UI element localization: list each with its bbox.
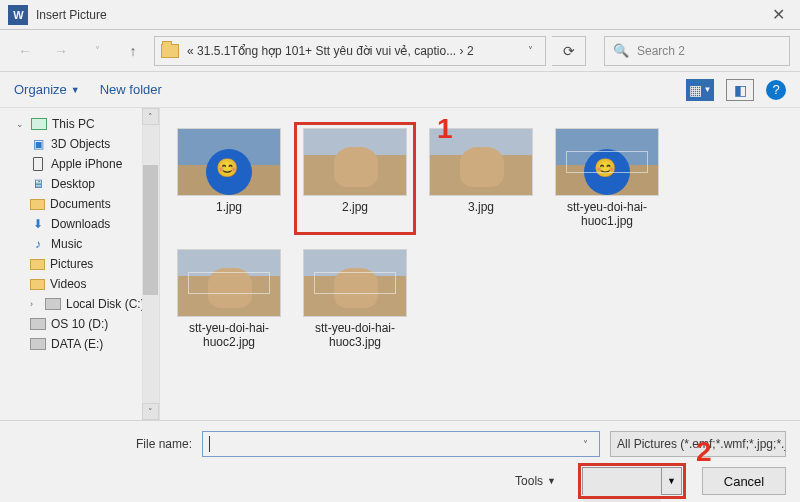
disk-icon	[30, 337, 46, 351]
close-button[interactable]: ✕	[764, 5, 792, 24]
breadcrumb-prefix: «	[187, 44, 194, 58]
tree-label: Local Disk (C:)	[66, 297, 145, 311]
insert-split-button[interactable]: Insert ▼	[582, 467, 682, 495]
tree-os10-d[interactable]: OS 10 (D:)	[6, 314, 159, 334]
tree-label: Videos	[50, 277, 86, 291]
address-bar[interactable]: « 31.5.1Tổng hợp 101+ Stt yêu đời vui vẻ…	[154, 36, 546, 66]
nav-bar: ← → ˅ ↑ « 31.5.1Tổng hợp 101+ Stt yêu đờ…	[0, 30, 800, 72]
file-item[interactable]: stt-yeu-doi-hai-huoc2.jpg	[170, 245, 288, 354]
pictures-icon	[30, 259, 45, 270]
search-icon: 🔍	[613, 43, 629, 58]
pc-icon	[31, 117, 47, 131]
file-item[interactable]: stt-yeu-doi-hai-huoc3.jpg	[296, 245, 414, 354]
refresh-button[interactable]: ⟳	[552, 36, 586, 66]
disk-icon	[30, 317, 46, 331]
scrollbar-track[interactable]	[142, 125, 159, 403]
search-placeholder: Search 2	[637, 44, 685, 58]
scroll-down-button[interactable]: ˅	[142, 403, 159, 420]
up-button[interactable]: ↑	[118, 36, 148, 66]
videos-icon	[30, 279, 45, 290]
thumbnail	[303, 128, 407, 196]
organize-label: Organize	[14, 82, 67, 97]
breadcrumb[interactable]: « 31.5.1Tổng hợp 101+ Stt yêu đời vui vẻ…	[187, 44, 513, 58]
scrollbar-thumb[interactable]	[143, 165, 158, 295]
window-title: Insert Picture	[36, 8, 107, 22]
file-name: stt-yeu-doi-hai-huoc3.jpg	[300, 321, 410, 350]
organize-button[interactable]: Organize ▼	[14, 82, 80, 97]
tree-data-e[interactable]: DATA (E:)	[6, 334, 159, 354]
address-dropdown-icon[interactable]: ˅	[521, 45, 539, 56]
file-item[interactable]: 1.jpg	[170, 124, 288, 233]
desktop-icon: 🖥	[30, 177, 46, 191]
scroll-up-button[interactable]: ˄	[142, 108, 159, 125]
tree-label: 3D Objects	[51, 137, 110, 151]
word-app-icon: W	[8, 5, 28, 25]
file-item-selected[interactable]: 2.jpg	[296, 124, 414, 233]
back-button[interactable]: ←	[10, 36, 40, 66]
main-area: ˄ ˅ ⌄This PC ▣3D Objects Apple iPhone 🖥D…	[0, 108, 800, 420]
chevron-down-icon: ▼	[547, 476, 556, 486]
file-item[interactable]: stt-yeu-doi-hai-huoc1.jpg	[548, 124, 666, 233]
folder-icon	[161, 44, 179, 58]
file-name: 3.jpg	[468, 200, 494, 214]
tree-downloads[interactable]: ⬇Downloads	[6, 214, 159, 234]
sidebar-tree: ˄ ˅ ⌄This PC ▣3D Objects Apple iPhone 🖥D…	[0, 108, 160, 420]
tree-label: OS 10 (D:)	[51, 317, 108, 331]
tree-documents[interactable]: Documents	[6, 194, 159, 214]
chevron-down-icon[interactable]: ˅	[577, 439, 593, 450]
file-name: stt-yeu-doi-hai-huoc2.jpg	[174, 321, 284, 350]
tree-local-disk-c[interactable]: ›Local Disk (C:)	[6, 294, 159, 314]
thumbnail	[555, 128, 659, 196]
recent-dropdown[interactable]: ˅	[82, 36, 112, 66]
file-name: stt-yeu-doi-hai-huoc1.jpg	[552, 200, 662, 229]
annotation-marker-2: 2	[696, 436, 712, 468]
tree-label: Music	[51, 237, 82, 251]
tools-button[interactable]: Tools ▼	[515, 474, 556, 488]
tree-apple-iphone[interactable]: Apple iPhone	[6, 154, 159, 174]
tree-videos[interactable]: Videos	[6, 274, 159, 294]
breadcrumb-item-2[interactable]: 2	[467, 44, 474, 58]
caret-icon[interactable]: ›	[30, 299, 40, 309]
caret-icon[interactable]: ⌄	[16, 119, 26, 129]
new-folder-label: New folder	[100, 82, 162, 97]
view-mode-button[interactable]: ▦▼	[686, 79, 714, 101]
phone-icon	[30, 157, 46, 171]
folder-icon	[30, 199, 45, 210]
thumbnail	[177, 249, 281, 317]
tree-this-pc[interactable]: ⌄This PC	[6, 114, 159, 134]
tree-label: This PC	[52, 117, 95, 131]
tree-label: Documents	[50, 197, 111, 211]
preview-pane-button[interactable]: ◧	[726, 79, 754, 101]
tree-label: Pictures	[50, 257, 93, 271]
file-name: 1.jpg	[216, 200, 242, 214]
forward-button[interactable]: →	[46, 36, 76, 66]
download-icon: ⬇	[30, 217, 46, 231]
breadcrumb-item-1[interactable]: 31.5.1Tổng hợp 101+ Stt yêu đời vui vẻ, …	[197, 44, 456, 58]
disk-icon	[45, 297, 61, 311]
tree-label: Desktop	[51, 177, 95, 191]
file-name: 2.jpg	[342, 200, 368, 214]
tree-desktop[interactable]: 🖥Desktop	[6, 174, 159, 194]
tree-label: Downloads	[51, 217, 110, 231]
tools-label: Tools	[515, 474, 543, 488]
file-name-label: File name:	[14, 437, 192, 451]
file-grid[interactable]: 1.jpg 2.jpg 3.jpg stt-yeu-doi-hai-huoc1.…	[160, 108, 800, 420]
breadcrumb-sep: ›	[460, 44, 464, 58]
file-name-input[interactable]: ˅	[202, 431, 600, 457]
annotation-marker-1: 1	[437, 113, 453, 145]
tree-pictures[interactable]: Pictures	[6, 254, 159, 274]
toolbar: Organize ▼ New folder ▦▼ ◧ ?	[0, 72, 800, 108]
new-folder-button[interactable]: New folder	[100, 82, 162, 97]
tree-3d-objects[interactable]: ▣3D Objects	[6, 134, 159, 154]
text-cursor	[209, 436, 210, 452]
insert-button[interactable]: Insert	[583, 468, 661, 502]
insert-dropdown[interactable]: ▼	[661, 468, 681, 494]
cube-icon: ▣	[30, 137, 46, 151]
bottom-panel: File name: ˅ All Pictures (*.emf;*.wmf;*…	[0, 420, 800, 502]
help-button[interactable]: ?	[766, 80, 786, 100]
tree-label: DATA (E:)	[51, 337, 103, 351]
chevron-down-icon: ▼	[71, 85, 80, 95]
search-input[interactable]: 🔍 Search 2	[604, 36, 790, 66]
tree-music[interactable]: ♪Music	[6, 234, 159, 254]
cancel-button[interactable]: Cancel	[702, 467, 786, 495]
